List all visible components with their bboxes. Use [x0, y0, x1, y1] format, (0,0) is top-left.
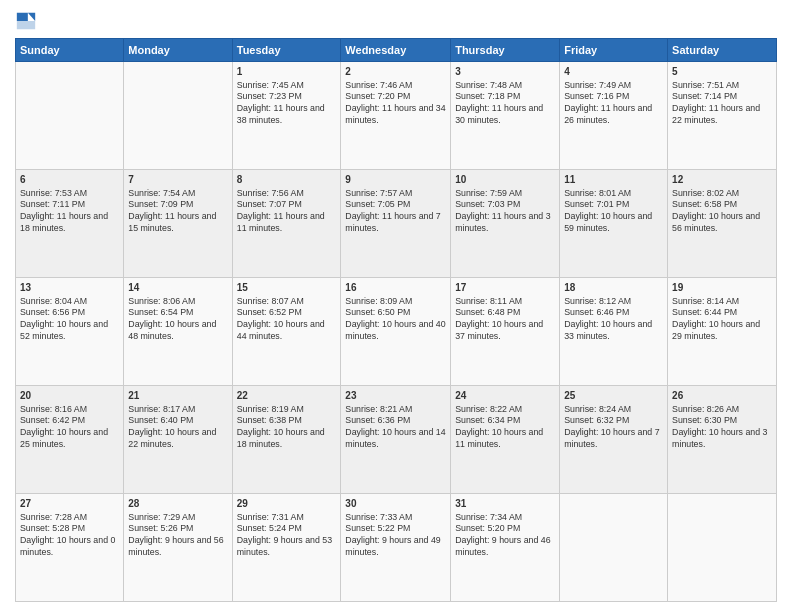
- day-info: Sunrise: 7:54 AM Sunset: 7:09 PM Dayligh…: [128, 188, 227, 236]
- calendar-body: 1Sunrise: 7:45 AM Sunset: 7:23 PM Daylig…: [16, 62, 777, 602]
- day-info: Sunrise: 8:17 AM Sunset: 6:40 PM Dayligh…: [128, 404, 227, 452]
- day-number: 9: [345, 173, 446, 187]
- day-number: 19: [672, 281, 772, 295]
- calendar-cell: 14Sunrise: 8:06 AM Sunset: 6:54 PM Dayli…: [124, 278, 232, 386]
- calendar-cell: 2Sunrise: 7:46 AM Sunset: 7:20 PM Daylig…: [341, 62, 451, 170]
- day-info: Sunrise: 8:07 AM Sunset: 6:52 PM Dayligh…: [237, 296, 337, 344]
- day-number: 22: [237, 389, 337, 403]
- day-number: 4: [564, 65, 663, 79]
- day-number: 28: [128, 497, 227, 511]
- calendar-cell: 6Sunrise: 7:53 AM Sunset: 7:11 PM Daylig…: [16, 170, 124, 278]
- day-number: 17: [455, 281, 555, 295]
- calendar-cell: 25Sunrise: 8:24 AM Sunset: 6:32 PM Dayli…: [560, 386, 668, 494]
- calendar-row: 1Sunrise: 7:45 AM Sunset: 7:23 PM Daylig…: [16, 62, 777, 170]
- calendar-row: 27Sunrise: 7:28 AM Sunset: 5:28 PM Dayli…: [16, 494, 777, 602]
- calendar-cell: [668, 494, 777, 602]
- day-number: 21: [128, 389, 227, 403]
- calendar-cell: 26Sunrise: 8:26 AM Sunset: 6:30 PM Dayli…: [668, 386, 777, 494]
- day-info: Sunrise: 8:24 AM Sunset: 6:32 PM Dayligh…: [564, 404, 663, 452]
- day-info: Sunrise: 7:33 AM Sunset: 5:22 PM Dayligh…: [345, 512, 446, 560]
- calendar-row: 13Sunrise: 8:04 AM Sunset: 6:56 PM Dayli…: [16, 278, 777, 386]
- svg-marker-0: [28, 13, 35, 21]
- day-info: Sunrise: 7:49 AM Sunset: 7:16 PM Dayligh…: [564, 80, 663, 128]
- day-info: Sunrise: 7:29 AM Sunset: 5:26 PM Dayligh…: [128, 512, 227, 560]
- day-info: Sunrise: 8:09 AM Sunset: 6:50 PM Dayligh…: [345, 296, 446, 344]
- day-number: 2: [345, 65, 446, 79]
- calendar-cell: 5Sunrise: 7:51 AM Sunset: 7:14 PM Daylig…: [668, 62, 777, 170]
- day-number: 3: [455, 65, 555, 79]
- day-info: Sunrise: 7:46 AM Sunset: 7:20 PM Dayligh…: [345, 80, 446, 128]
- calendar-cell: 7Sunrise: 7:54 AM Sunset: 7:09 PM Daylig…: [124, 170, 232, 278]
- day-number: 30: [345, 497, 446, 511]
- calendar-cell: 12Sunrise: 8:02 AM Sunset: 6:58 PM Dayli…: [668, 170, 777, 278]
- calendar-cell: 22Sunrise: 8:19 AM Sunset: 6:38 PM Dayli…: [232, 386, 341, 494]
- calendar-cell: 3Sunrise: 7:48 AM Sunset: 7:18 PM Daylig…: [451, 62, 560, 170]
- calendar-cell: [124, 62, 232, 170]
- day-number: 20: [20, 389, 119, 403]
- day-number: 26: [672, 389, 772, 403]
- day-number: 16: [345, 281, 446, 295]
- day-info: Sunrise: 8:26 AM Sunset: 6:30 PM Dayligh…: [672, 404, 772, 452]
- calendar-cell: 16Sunrise: 8:09 AM Sunset: 6:50 PM Dayli…: [341, 278, 451, 386]
- day-number: 27: [20, 497, 119, 511]
- day-info: Sunrise: 7:57 AM Sunset: 7:05 PM Dayligh…: [345, 188, 446, 236]
- day-number: 29: [237, 497, 337, 511]
- day-number: 15: [237, 281, 337, 295]
- calendar-cell: 15Sunrise: 8:07 AM Sunset: 6:52 PM Dayli…: [232, 278, 341, 386]
- day-number: 24: [455, 389, 555, 403]
- weekday-header: Wednesday: [341, 39, 451, 62]
- day-number: 5: [672, 65, 772, 79]
- day-number: 23: [345, 389, 446, 403]
- calendar-cell: 29Sunrise: 7:31 AM Sunset: 5:24 PM Dayli…: [232, 494, 341, 602]
- day-number: 6: [20, 173, 119, 187]
- calendar-cell: 19Sunrise: 8:14 AM Sunset: 6:44 PM Dayli…: [668, 278, 777, 386]
- calendar-cell: [560, 494, 668, 602]
- calendar-cell: 24Sunrise: 8:22 AM Sunset: 6:34 PM Dayli…: [451, 386, 560, 494]
- calendar-cell: 9Sunrise: 7:57 AM Sunset: 7:05 PM Daylig…: [341, 170, 451, 278]
- logo: [15, 10, 39, 32]
- day-number: 1: [237, 65, 337, 79]
- day-info: Sunrise: 7:51 AM Sunset: 7:14 PM Dayligh…: [672, 80, 772, 128]
- day-info: Sunrise: 7:34 AM Sunset: 5:20 PM Dayligh…: [455, 512, 555, 560]
- calendar-header: SundayMondayTuesdayWednesdayThursdayFrid…: [16, 39, 777, 62]
- calendar-cell: 1Sunrise: 7:45 AM Sunset: 7:23 PM Daylig…: [232, 62, 341, 170]
- day-info: Sunrise: 7:53 AM Sunset: 7:11 PM Dayligh…: [20, 188, 119, 236]
- weekday-header: Tuesday: [232, 39, 341, 62]
- calendar-row: 6Sunrise: 7:53 AM Sunset: 7:11 PM Daylig…: [16, 170, 777, 278]
- day-info: Sunrise: 7:28 AM Sunset: 5:28 PM Dayligh…: [20, 512, 119, 560]
- weekday-header: Friday: [560, 39, 668, 62]
- day-number: 18: [564, 281, 663, 295]
- svg-rect-1: [17, 13, 28, 21]
- svg-rect-2: [17, 21, 35, 29]
- day-info: Sunrise: 7:59 AM Sunset: 7:03 PM Dayligh…: [455, 188, 555, 236]
- day-info: Sunrise: 8:12 AM Sunset: 6:46 PM Dayligh…: [564, 296, 663, 344]
- day-info: Sunrise: 8:22 AM Sunset: 6:34 PM Dayligh…: [455, 404, 555, 452]
- calendar-cell: 11Sunrise: 8:01 AM Sunset: 7:01 PM Dayli…: [560, 170, 668, 278]
- calendar-cell: 27Sunrise: 7:28 AM Sunset: 5:28 PM Dayli…: [16, 494, 124, 602]
- day-number: 31: [455, 497, 555, 511]
- day-info: Sunrise: 8:11 AM Sunset: 6:48 PM Dayligh…: [455, 296, 555, 344]
- calendar-cell: 30Sunrise: 7:33 AM Sunset: 5:22 PM Dayli…: [341, 494, 451, 602]
- day-number: 7: [128, 173, 227, 187]
- header: [15, 10, 777, 32]
- calendar-cell: 21Sunrise: 8:17 AM Sunset: 6:40 PM Dayli…: [124, 386, 232, 494]
- day-info: Sunrise: 8:06 AM Sunset: 6:54 PM Dayligh…: [128, 296, 227, 344]
- day-info: Sunrise: 8:14 AM Sunset: 6:44 PM Dayligh…: [672, 296, 772, 344]
- day-number: 10: [455, 173, 555, 187]
- weekday-header: Monday: [124, 39, 232, 62]
- day-info: Sunrise: 7:31 AM Sunset: 5:24 PM Dayligh…: [237, 512, 337, 560]
- calendar-cell: 18Sunrise: 8:12 AM Sunset: 6:46 PM Dayli…: [560, 278, 668, 386]
- calendar-cell: 4Sunrise: 7:49 AM Sunset: 7:16 PM Daylig…: [560, 62, 668, 170]
- weekday-header: Saturday: [668, 39, 777, 62]
- day-info: Sunrise: 7:48 AM Sunset: 7:18 PM Dayligh…: [455, 80, 555, 128]
- page: SundayMondayTuesdayWednesdayThursdayFrid…: [0, 0, 792, 612]
- day-number: 25: [564, 389, 663, 403]
- calendar-cell: [16, 62, 124, 170]
- calendar-cell: 10Sunrise: 7:59 AM Sunset: 7:03 PM Dayli…: [451, 170, 560, 278]
- weekday-header: Sunday: [16, 39, 124, 62]
- calendar-cell: 23Sunrise: 8:21 AM Sunset: 6:36 PM Dayli…: [341, 386, 451, 494]
- day-info: Sunrise: 7:56 AM Sunset: 7:07 PM Dayligh…: [237, 188, 337, 236]
- day-number: 8: [237, 173, 337, 187]
- day-info: Sunrise: 8:02 AM Sunset: 6:58 PM Dayligh…: [672, 188, 772, 236]
- calendar-cell: 17Sunrise: 8:11 AM Sunset: 6:48 PM Dayli…: [451, 278, 560, 386]
